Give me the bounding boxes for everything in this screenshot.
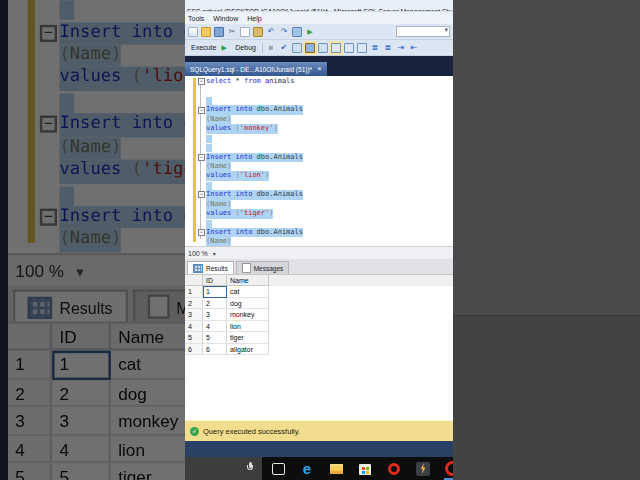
red-app-partial-icon[interactable] [444,461,453,477]
chevron-down-icon[interactable]: ▾ [213,250,216,257]
id-cell[interactable]: 5 [203,332,227,344]
code-line[interactable]: (Name) [185,200,453,209]
code-line[interactable]: (Name) [185,115,453,124]
database-combo[interactable] [396,26,450,37]
execute-button[interactable]: Execute [191,44,216,51]
code-line[interactable] [185,181,453,190]
database-highlight-icon[interactable] [331,43,341,53]
background-zoom-clone: ESS.school (DESKTOP-ICA10OI\Junaid (51))… [8,0,185,480]
name-cell[interactable]: cat [227,286,269,298]
grid-header-row: ID Name [185,275,453,286]
row-number-cell[interactable]: 5 [185,332,203,344]
code-line[interactable] [185,143,453,152]
success-check-icon [190,427,199,436]
name-cell[interactable]: aligator [227,344,269,356]
file-explorer-icon[interactable] [328,461,344,477]
taskbar-search[interactable] [185,457,262,480]
debug-button[interactable]: Debug [235,44,256,51]
row-number-cell[interactable]: 1 [185,286,203,298]
outdent-icon[interactable] [409,43,419,53]
open-file-icon[interactable] [201,27,211,37]
debug-play-icon[interactable] [219,43,229,53]
stop-icon[interactable] [266,43,276,53]
name-cell[interactable]: lion [227,321,269,333]
toolbar-row2-icons [266,43,422,53]
task-view-icon[interactable] [270,461,286,477]
grid-header-id[interactable]: ID [203,275,227,286]
fold-collapse-icon[interactable]: − [198,78,205,85]
grid-corner-cell[interactable] [185,275,203,286]
code-line[interactable]: −Insert into dbo.Animals [185,190,453,199]
code-line[interactable]: −Insert into dbo.Animals [185,228,453,237]
navigate-icon[interactable] [292,27,302,37]
code-text: values ('lion') [206,171,269,180]
export-icon[interactable] [318,43,328,53]
row-number-cell[interactable]: 4 [185,321,203,333]
menu-item-window[interactable]: Window [213,15,238,22]
code-line[interactable]: (Name) [185,162,453,171]
undo-icon[interactable] [266,27,276,37]
fold-collapse-icon[interactable]: − [198,154,205,161]
sql-editor[interactable]: −select * from animals−Insert into dbo.A… [185,76,453,246]
results-grid-icon[interactable] [292,43,302,53]
code-line[interactable] [185,96,453,105]
query-tab[interactable]: SQLQuery1.sql - DE...A10OI\Junaid (51))*… [185,62,327,76]
id-cell[interactable]: 3 [203,309,227,321]
new-query-icon[interactable] [188,27,198,37]
code-line[interactable]: values ('monkey') [185,124,453,133]
id-cell[interactable]: 1 [203,286,227,298]
code-line[interactable]: (Name) [185,237,453,246]
lightning-app-icon[interactable] [415,461,431,477]
copy-icon[interactable] [240,27,250,37]
parse-check-icon[interactable] [279,43,289,53]
ms-store-icon[interactable] [357,461,373,477]
microphone-icon[interactable] [246,462,254,475]
name-cell[interactable]: tiger [227,332,269,344]
code-line[interactable]: −Insert into dbo.Animals [185,105,453,114]
query-status-bar: Query executed successfully. [185,420,453,441]
cut-icon[interactable] [227,27,237,37]
tab-results[interactable]: Results [187,261,234,274]
code-line[interactable]: −select * from animals [185,77,453,86]
grid-header-name[interactable]: Name [227,275,269,286]
code-line[interactable]: values ('tiger') [185,209,453,218]
name-cell[interactable]: dog [227,298,269,310]
database2-icon[interactable] [357,43,367,53]
save-results-highlight-icon[interactable] [305,43,315,53]
list-icon[interactable] [370,43,380,53]
paste-icon[interactable] [253,27,263,37]
title-bar[interactable]: ESS.school (DESKTOP-ICA10OI\Junaid (51))… [185,0,453,12]
redo-icon[interactable] [279,27,289,37]
row-number-cell[interactable]: 6 [185,344,203,356]
fold-collapse-icon[interactable]: − [198,229,205,236]
code-line[interactable] [185,86,453,95]
code-line[interactable] [185,134,453,143]
fold-collapse-icon[interactable]: − [198,191,205,198]
list2-icon[interactable] [383,43,393,53]
start-icon[interactable] [305,27,315,37]
edge-icon[interactable] [299,461,315,477]
save-icon[interactable] [214,27,224,37]
zoom-level[interactable]: 100 % [188,250,208,257]
results-grid[interactable]: ID Name 11cat22dog33monkey44lion55tiger6… [185,274,453,420]
tab-messages[interactable]: Messages [236,261,290,274]
database-icon[interactable] [344,43,354,53]
code-line[interactable] [185,219,453,228]
red-ring-app-icon[interactable] [386,461,402,477]
code-line[interactable]: values ('lion') [185,171,453,180]
close-icon[interactable]: × [317,65,322,73]
row-number-cell[interactable]: 3 [185,309,203,321]
fold-collapse-icon[interactable]: − [198,107,205,114]
row-number-cell[interactable]: 2 [185,298,203,310]
code-text: Insert into dbo.Animals [206,153,303,162]
menu-item-help[interactable]: Help [247,15,261,22]
id-cell[interactable]: 4 [203,321,227,333]
code-text: (Name) [206,162,231,171]
indent-icon[interactable] [396,43,406,53]
code-text [206,182,212,190]
menu-item-tools[interactable]: Tools [188,15,204,22]
id-cell[interactable]: 6 [203,344,227,356]
code-line[interactable]: −Insert into dbo.Animals [185,153,453,162]
id-cell[interactable]: 2 [203,298,227,310]
name-cell[interactable]: monkey [227,309,269,321]
